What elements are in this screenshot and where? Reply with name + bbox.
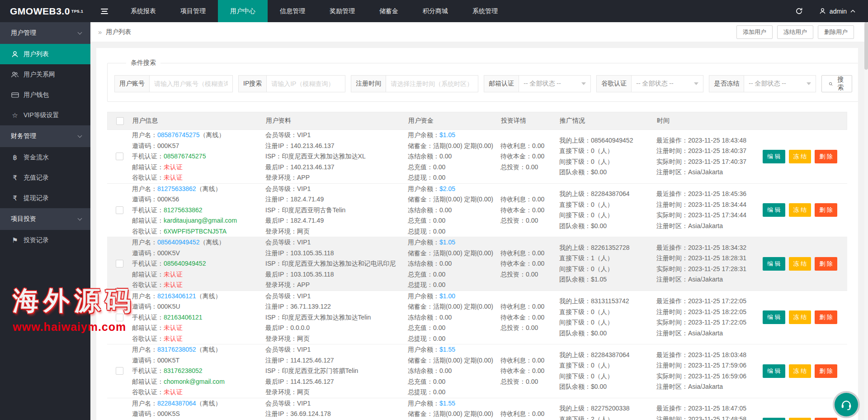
sidebar-group-label: 项目投资 — [11, 215, 36, 223]
breadcrumb-bar: » 用户列表 添加用户 冻结用户 删除用户 — [90, 22, 868, 42]
freeze-user-button[interactable]: 冻结用户 — [777, 25, 813, 39]
field-line: 间接下级：0（人） — [559, 371, 656, 382]
text-segment: 0.00 — [532, 249, 544, 257]
freeze-button[interactable]: 冻 结 — [789, 364, 811, 378]
field-line: 用户余额：$1.00 — [408, 291, 500, 302]
field-line: 总充值：0.00 — [408, 162, 500, 173]
scrollbar-thumb[interactable] — [864, 22, 868, 70]
nav-item-savings[interactable]: 储蓄金 — [367, 0, 410, 22]
text-segment: 注册IP： — [265, 410, 290, 417]
row-checkbox[interactable] — [116, 314, 123, 321]
row-checkbox[interactable] — [116, 260, 123, 267]
sidebar-group-project-investment[interactable]: 项目投资 — [0, 208, 90, 230]
text-segment: 0（人） — [591, 362, 613, 369]
table-cell: 用户余额：$1.55储蓄金：活期(0.00) 定期(0.00)冻结余额：0.00… — [408, 344, 500, 398]
field-line: 用户余额：$1.55 — [408, 344, 500, 355]
text-segment: 0.00 — [532, 303, 544, 310]
frozen-status-select[interactable]: -- 全部状态 -- — [744, 75, 816, 92]
field-line: 总提现：0.00 — [408, 334, 500, 344]
text-segment: 0（人） — [591, 308, 613, 315]
field-line: 注册时区：Asia/Jakarta — [656, 221, 763, 232]
nav-item-points-mall[interactable]: 积分商城 — [410, 0, 460, 22]
text-segment: 82163406121 — [164, 314, 203, 321]
delete-button[interactable]: 删 除 — [815, 310, 837, 324]
nav-item-reports[interactable]: 系统报表 — [118, 0, 168, 22]
edit-button[interactable]: 编 辑 — [763, 310, 785, 324]
menu-collapse-button[interactable] — [90, 0, 118, 22]
field-line: 注册时区：Asia/Jakarta — [656, 274, 763, 285]
text-segment: 0.00 — [439, 153, 452, 160]
freeze-button[interactable]: 冻 结 — [789, 418, 811, 420]
freeze-button[interactable]: 冻 结 — [789, 257, 811, 271]
freeze-button[interactable]: 冻 结 — [789, 203, 811, 217]
text-segment: 直接下级： — [559, 254, 591, 262]
account-input[interactable] — [149, 75, 233, 92]
nav-item-user-center[interactable]: 用户中心 — [218, 0, 268, 22]
text-segment: 待收利息： — [500, 357, 532, 364]
google-status-select[interactable]: -- 全部状态 -- — [631, 75, 703, 92]
user-table: 用户信息用户资料用户资金投资详情推广情况时间 用户名：085876745275（… — [107, 112, 847, 420]
sidebar-item-user-wallet[interactable]: 用户钱包 — [0, 85, 90, 105]
delete-button[interactable]: 删 除 — [815, 257, 837, 271]
delete-button[interactable]: 删 除 — [815, 364, 837, 378]
sidebar-item-funds-flow[interactable]: ฿资金流水 — [0, 147, 90, 167]
table-cell: 用户余额：$1.00储蓄金：活期(0.00) 定期(0.00)冻结余额：0.00… — [408, 291, 500, 344]
regtime-input[interactable] — [386, 75, 478, 92]
text-segment: 82284387064 — [157, 400, 196, 407]
admin-menu[interactable]: admin — [819, 8, 855, 15]
text-segment: 最近操作： — [656, 297, 688, 305]
freeze-button[interactable]: 冻 结 — [789, 150, 811, 163]
nav-item-rewards[interactable]: 奖励管理 — [317, 0, 367, 22]
delete-user-button[interactable]: 删除用户 — [818, 25, 854, 39]
sidebar-item-user-network[interactable]: 用户关系网 — [0, 64, 90, 85]
text-segment: 注册时间： — [656, 147, 688, 154]
field-line: 总充值：0.00 — [408, 269, 500, 280]
edit-button[interactable]: 编 辑 — [763, 364, 785, 378]
refresh-icon[interactable] — [795, 7, 803, 15]
add-user-button[interactable]: 添加用户 — [736, 25, 773, 39]
search-button[interactable]: 搜 索 — [821, 75, 852, 92]
delete-button[interactable]: 删 除 — [815, 418, 837, 420]
sidebar-item-vip-settings[interactable]: ☆VIP等级设置 — [0, 105, 90, 125]
row-checkbox[interactable] — [116, 153, 123, 160]
sidebar-item-user-list[interactable]: 用户列表 — [0, 44, 90, 64]
ip-input[interactable] — [266, 75, 345, 92]
select-all-checkbox[interactable] — [116, 117, 124, 125]
row-checkbox[interactable] — [116, 367, 123, 375]
freeze-button[interactable]: 冻 结 — [789, 310, 811, 324]
customer-service-button[interactable] — [835, 393, 858, 416]
text-segment: 用户余额： — [408, 292, 439, 300]
email-status-select[interactable]: -- 全部状态 -- — [519, 75, 591, 92]
chevron-down-icon — [78, 30, 82, 35]
nav-item-projects[interactable]: 项目管理 — [168, 0, 218, 22]
ip-search-group: IP搜索 — [238, 75, 345, 92]
edit-button[interactable]: 编 辑 — [763, 257, 785, 271]
text-segment: 6XWPFI5PTBCNJ5TA — [164, 228, 226, 235]
text-segment: 0.00 — [532, 206, 544, 214]
field-line: 直接下级：0（人） — [559, 200, 656, 210]
text-segment: 注册时区： — [656, 222, 688, 229]
edit-button[interactable]: 编 辑 — [763, 418, 785, 420]
delete-button[interactable]: 删 除 — [815, 203, 837, 217]
field-line: 我的上级：82284387064 — [559, 189, 656, 200]
table-row: 用户名：82284387064（离线）邀请码：000K5S手机认证：822843… — [107, 398, 847, 420]
text-segment: 会员等级： — [265, 185, 297, 192]
sidebar-item-recharge-records[interactable]: ₹充值记录 — [0, 167, 90, 188]
delete-button[interactable]: 删 除 — [815, 150, 837, 163]
field-line: 总投资：0.00 — [500, 162, 559, 173]
email-status-group: 邮箱认证 -- 全部状态 -- — [484, 75, 591, 92]
sidebar-item-withdraw-records[interactable]: ₹提现记录 — [0, 188, 90, 208]
app-logo-text: GMOWEB3.0 — [10, 6, 70, 17]
field-line: 总提现：0.00 — [408, 387, 500, 398]
text-segment: ISP： — [265, 153, 282, 160]
edit-button[interactable]: 编 辑 — [763, 203, 785, 217]
nav-item-system[interactable]: 系统管理 — [460, 0, 510, 22]
row-checkbox[interactable] — [116, 206, 123, 214]
sidebar-item-invest-records[interactable]: ⚑投资记录 — [0, 230, 90, 250]
scrollbar-track[interactable] — [864, 22, 868, 420]
nav-item-info[interactable]: 信息管理 — [268, 0, 317, 22]
sidebar-group-user-management[interactable]: 用户管理 — [0, 22, 90, 44]
sidebar-group-finance-management[interactable]: 财务管理 — [0, 125, 90, 147]
text-segment: 82284387064 — [591, 351, 630, 358]
edit-button[interactable]: 编 辑 — [763, 150, 785, 163]
